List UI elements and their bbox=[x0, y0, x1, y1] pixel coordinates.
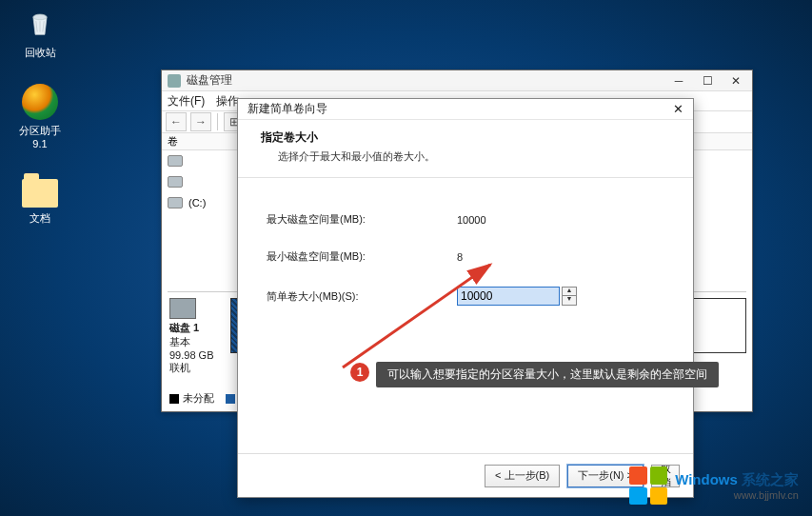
disk-icon bbox=[169, 298, 196, 319]
close-button[interactable]: ✕ bbox=[722, 71, 750, 90]
annotation-tooltip: 可以输入想要指定的分区容量大小，这里默认是剩余的全部空间 bbox=[376, 362, 719, 387]
legend-unallocated: 未分配 bbox=[183, 392, 214, 404]
max-space-label: 最大磁盘空间量(MB): bbox=[267, 212, 457, 227]
desktop-icon-label: 分区助手 9.1 bbox=[11, 124, 69, 149]
annotation-badge: 1 bbox=[350, 363, 369, 382]
disk-status: 联机 bbox=[169, 361, 230, 375]
volume-icon bbox=[168, 197, 183, 208]
wizard-body: 最大磁盘空间量(MB): 10000 最小磁盘空间量(MB): 8 简单卷大小(… bbox=[238, 178, 693, 338]
disk-type: 基本 bbox=[169, 335, 230, 349]
menu-file[interactable]: 文件(F) bbox=[168, 93, 205, 109]
wizard-banner-title: 指定卷大小 bbox=[261, 129, 670, 146]
watermark-url: www.bjjmlv.cn bbox=[675, 489, 799, 501]
back-button[interactable]: < 上一步(B) bbox=[485, 465, 560, 487]
watermark: Windows 系统之家 www.bjjmlv.cn bbox=[629, 466, 799, 505]
volume-icon bbox=[168, 176, 183, 188]
disk-size: 99.98 GB bbox=[169, 349, 230, 361]
window-titlebar[interactable]: 磁盘管理 ─ ☐ ✕ bbox=[162, 70, 752, 91]
maximize-button[interactable]: ☐ bbox=[693, 71, 722, 90]
max-space-value: 10000 bbox=[457, 214, 590, 226]
volume-size-input[interactable] bbox=[457, 287, 560, 306]
toolbar-back-button[interactable]: ← bbox=[166, 112, 187, 131]
wizard-banner-subtitle: 选择介于最大和最小值的卷大小。 bbox=[261, 149, 670, 164]
disk-label: 磁盘 1 bbox=[169, 321, 230, 335]
wizard-close-button[interactable]: ✕ bbox=[666, 101, 689, 118]
volume-label: (C:) bbox=[188, 197, 206, 208]
wizard-banner: 指定卷大小 选择介于最大和最小值的卷大小。 bbox=[238, 120, 693, 178]
desktop-icon-label: 文档 bbox=[11, 211, 69, 226]
volume-size-label: 简单卷大小(MB)(S): bbox=[267, 289, 457, 304]
wizard-title: 新建简单卷向导 bbox=[248, 101, 327, 117]
disk-info[interactable]: 磁盘 1 基本 99.98 GB 联机 bbox=[168, 298, 230, 375]
wizard-titlebar[interactable]: 新建简单卷向导 ✕ bbox=[238, 99, 693, 120]
recycle-bin-icon bbox=[22, 6, 58, 42]
minimize-button[interactable]: ─ bbox=[664, 71, 693, 90]
svg-point-0 bbox=[33, 14, 47, 20]
spinner-down-button[interactable]: ▼ bbox=[562, 296, 577, 306]
min-space-value: 8 bbox=[457, 251, 590, 263]
new-simple-volume-wizard: 新建简单卷向导 ✕ 指定卷大小 选择介于最大和最小值的卷大小。 最大磁盘空间量(… bbox=[237, 98, 694, 498]
desktop-icon-documents[interactable]: 文档 bbox=[11, 175, 69, 226]
app-icon bbox=[168, 74, 181, 88]
watermark-brand-a: Windows bbox=[675, 471, 738, 487]
desktop: 回收站 分区助手 9.1 文档 磁盘管理 ─ ☐ ✕ 文件(F) 操作 ← → … bbox=[0, 0, 812, 516]
window-title: 磁盘管理 bbox=[187, 72, 664, 89]
windows-logo-icon bbox=[629, 466, 667, 505]
min-space-label: 最小磁盘空间量(MB): bbox=[267, 249, 457, 264]
partition-assistant-icon bbox=[22, 84, 58, 120]
desktop-icon-partition-assistant[interactable]: 分区助手 9.1 bbox=[11, 84, 69, 149]
folder-icon bbox=[22, 179, 58, 208]
toolbar-forward-button[interactable]: → bbox=[190, 112, 211, 131]
desktop-icon-recycle-bin[interactable]: 回收站 bbox=[11, 6, 69, 60]
desktop-icon-label: 回收站 bbox=[11, 46, 69, 60]
menu-action[interactable]: 操作 bbox=[216, 93, 239, 109]
volume-icon bbox=[168, 155, 183, 167]
watermark-brand-b: 系统之家 bbox=[738, 471, 799, 487]
wizard-footer: < 上一步(B) 下一步(N) > 取消 bbox=[238, 453, 693, 497]
